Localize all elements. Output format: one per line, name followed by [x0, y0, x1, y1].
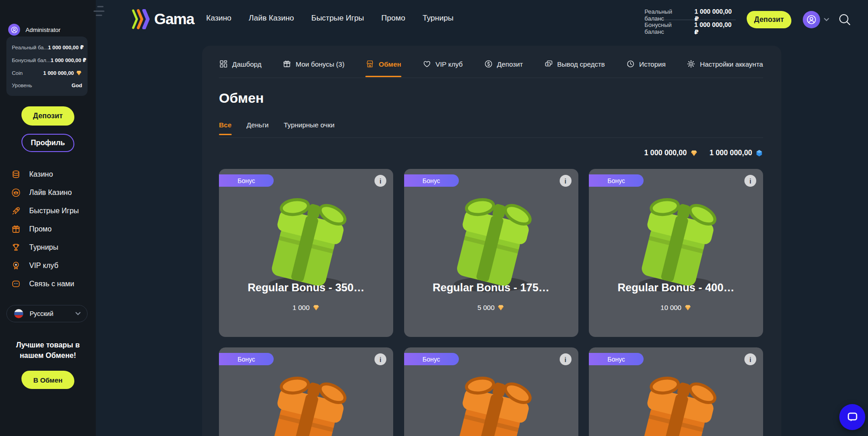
tab-label: Мои бонусы (3) — [296, 60, 344, 68]
gift-box-image — [444, 192, 538, 295]
sidebar-item-tournaments[interactable]: Турниры — [0, 238, 96, 257]
orange-gem-icon — [690, 149, 698, 157]
info-icon[interactable]: i — [560, 353, 572, 365]
rocket-icon — [11, 206, 21, 216]
language-selector[interactable]: Русский — [6, 305, 88, 322]
info-icon[interactable]: i — [374, 353, 386, 365]
bonus-title: Regular Bonus - 350… — [223, 281, 389, 294]
filter-money[interactable]: Деньги — [247, 121, 269, 129]
blue-gem-icon — [755, 149, 763, 157]
balance-value: God — [72, 83, 82, 88]
logo-text: Gama — [154, 11, 194, 28]
top-nav-tournaments[interactable]: Турниры — [422, 14, 453, 23]
top-nav-fast-games[interactable]: Быстрые Игры — [311, 14, 364, 23]
tab-label: Дашборд — [232, 60, 261, 68]
bonus-card[interactable]: Бонус i Regular Bonus - 400… 10 000 — [589, 169, 763, 337]
balance-label: Уровень — [12, 83, 32, 88]
tab-account-settings[interactable]: Настройки аккаунта — [686, 59, 763, 68]
chevron-down-icon — [75, 312, 81, 315]
tournament-points-balance: 1 000 000,00 — [710, 149, 763, 157]
tab-my-bonuses[interactable]: Мои бонусы (3) — [282, 59, 344, 68]
logo[interactable]: Gama — [131, 9, 194, 29]
logo-chevrons-icon — [131, 9, 151, 29]
sidebar-item-live-casino[interactable]: Лайв Казино — [0, 184, 96, 202]
tab-history[interactable]: История — [626, 59, 665, 68]
sidebar-item-fast-games[interactable]: Быстрые Игры — [0, 202, 96, 220]
balance-value: 1 000 000,00 ₽ — [48, 44, 83, 51]
bonus-card[interactable]: Бонус i — [219, 347, 393, 436]
top-nav: Казино Лайв Казино Быстрые Игры Промо Ту… — [206, 14, 453, 23]
header-balances: Реальный баланс 1 000 000,00 ₽ Бонусный … — [645, 8, 736, 32]
tab-deposit[interactable]: Депозит — [484, 59, 523, 68]
balance-row-bonus: Бонусный бал... 1 000 000,00 ₽ — [12, 57, 82, 63]
menu-toggle-icon[interactable] — [94, 6, 105, 16]
page-title: Обмен — [219, 90, 264, 106]
balance-value: 1 000 000,00 ₽ — [695, 8, 736, 22]
balance-row-coin: Coin 1 000 000,00 — [12, 70, 82, 76]
tab-withdraw[interactable]: $ Вывод средств — [544, 59, 605, 68]
bonus-price: 5 000 — [404, 304, 578, 311]
info-icon[interactable]: i — [744, 175, 756, 187]
sidebar-user[interactable]: Administrator — [8, 24, 61, 36]
balance-value: 1 000 000,00 ₽ — [51, 57, 86, 63]
banknotes-icon: $ — [544, 59, 553, 68]
sidebar-nav: Казино Лайв Казино Быстрые Игры Промо Ту… — [0, 165, 96, 293]
orange-gem-icon — [497, 304, 504, 311]
bonus-cards-grid: Бонус i Regular Bonus - 350… 1 000 Бонус… — [219, 169, 763, 436]
sidebar-item-promo[interactable]: Промо — [0, 220, 96, 238]
chat-widget-button[interactable] — [839, 404, 865, 430]
tab-exchange[interactable]: Обмен — [365, 59, 401, 68]
dashboard-grid-icon — [219, 59, 228, 68]
sidebar-item-label: Связь с нами — [29, 280, 74, 288]
bonus-badge: Бонус — [589, 353, 644, 365]
chat-face-icon — [11, 279, 21, 289]
sidebar-profile-button[interactable]: Профиль — [21, 134, 74, 152]
info-icon[interactable]: i — [374, 175, 386, 187]
sidebar-item-vip-club[interactable]: VIP клуб — [0, 257, 96, 275]
coin-balance: 1 000 000,00 — [644, 149, 697, 157]
top-nav-live-casino[interactable]: Лайв Казино — [249, 14, 294, 23]
balance-label: Реальный ба... — [12, 45, 48, 50]
balance-card: Реальный ба... 1 000 000,00 ₽ Бонусный б… — [6, 37, 88, 96]
balance-row-level: Уровень God — [12, 83, 82, 88]
info-icon[interactable]: i — [744, 353, 756, 365]
bonus-badge: Бонус — [404, 174, 459, 187]
bonus-card[interactable]: Бонус i — [589, 347, 763, 436]
svg-text:$: $ — [547, 63, 549, 66]
top-nav-promo[interactable]: Промо — [381, 14, 405, 23]
username: Administrator — [26, 26, 61, 33]
sidebar-shop-button[interactable]: В Обмен — [21, 371, 74, 389]
gift-box-image — [259, 370, 353, 436]
gift-box-image — [444, 370, 538, 436]
gear-icon — [686, 59, 696, 68]
tab-label: История — [639, 60, 665, 68]
sidebar-deposit-button[interactable]: Депозит — [21, 106, 74, 126]
info-icon[interactable]: i — [560, 175, 572, 187]
header-deposit-button[interactable]: Депозит — [747, 11, 791, 28]
gift-icon — [11, 224, 21, 234]
tab-label: Депозит — [497, 60, 523, 68]
casino-chips-icon — [11, 169, 21, 179]
sidebar-item-casino[interactable]: Казино — [0, 165, 96, 184]
top-nav-casino[interactable]: Казино — [206, 14, 231, 23]
coin-dollar-icon — [484, 59, 493, 68]
balance-label: Реальный баланс — [645, 8, 691, 22]
tab-label: VIP клуб — [436, 60, 463, 68]
filter-all[interactable]: Все — [219, 121, 232, 129]
bonus-card[interactable]: Бонус i Regular Bonus - 350… 1 000 — [219, 169, 393, 337]
balance-label: Бонусный баланс — [645, 21, 691, 35]
filter-tournament-points[interactable]: Турнирные очки — [284, 121, 334, 129]
bonus-card[interactable]: Бонус i — [404, 347, 578, 436]
russia-flag-icon — [13, 308, 24, 319]
sidebar-item-contact[interactable]: Связь с нами — [0, 275, 96, 293]
chat-bubble-icon — [847, 411, 858, 423]
tab-dashboard[interactable]: Дашборд — [219, 59, 261, 68]
tab-vip-club[interactable]: VIP клуб — [422, 59, 463, 68]
sidebar-item-label: Лайв Казино — [29, 189, 72, 197]
bonus-card[interactable]: Бонус i Regular Bonus - 175… 5 000 — [404, 169, 578, 337]
header-account-menu[interactable] — [803, 11, 829, 28]
clock-history-icon — [626, 59, 635, 68]
search-icon[interactable] — [837, 12, 852, 27]
bonus-title: Regular Bonus - 400… — [593, 281, 759, 294]
exchange-balances: 1 000 000,00 1 000 000,00 — [644, 149, 763, 157]
